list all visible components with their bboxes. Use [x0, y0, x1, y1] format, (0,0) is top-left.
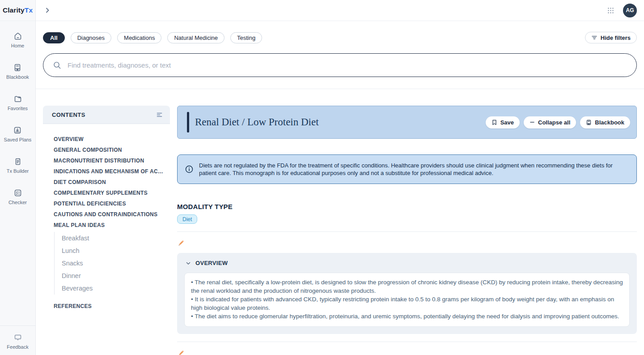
filter-lines-icon — [591, 34, 597, 41]
disclaimer-banner: Diets are not regulated by the FDA for t… — [177, 154, 637, 184]
collapse-all-label: Collapse all — [538, 119, 570, 126]
sidebar-item-blackbook[interactable]: Blackbook — [6, 63, 29, 80]
notebook-icon — [13, 157, 22, 166]
book-icon — [586, 120, 592, 125]
meal-plan-subitems: Breakfast Lunch Snacks Dinner Beverages — [54, 232, 166, 295]
save-tray-icon — [13, 126, 22, 135]
toc-list-icon[interactable] — [156, 111, 163, 118]
toc-item-overview[interactable]: OVERVIEW — [54, 134, 166, 145]
sidebar-item-label: Tx Builder — [7, 168, 29, 174]
save-button[interactable]: Save — [486, 116, 520, 128]
user-avatar[interactable]: AG — [623, 4, 637, 17]
feedback-bubble-icon — [13, 333, 22, 342]
toc-subitem-beverages[interactable]: Beverages — [62, 282, 166, 295]
content-area: CONTENTS OVERVIEW GENERAL COMPOSITION MA… — [36, 89, 644, 355]
app-window: ClarityTx Home Blackbook Favorites — [0, 0, 644, 355]
modality-heading: MODALITY TYPE — [177, 203, 637, 210]
toc-subitem-lunch[interactable]: Lunch — [62, 244, 166, 257]
main-column: AG All Diagnoses Medications Natural Med… — [36, 0, 644, 355]
filters-row: All Diagnoses Medications Natural Medici… — [36, 21, 644, 43]
overview-bullet: The renal diet, specifically a low-prote… — [191, 278, 623, 295]
filter-chip-diagnoses[interactable]: Diagnoses — [71, 32, 111, 43]
blackbook-button-label: Blackbook — [595, 119, 624, 126]
sidebar-item-label: Saved Plans — [4, 137, 32, 142]
toc-item-cautions[interactable]: CAUTIONS AND CONTRAINDICATIONS — [54, 209, 166, 220]
sidebar-item-home[interactable]: Home — [11, 32, 24, 48]
home-icon — [13, 32, 22, 41]
filter-chip-natural-medicine[interactable]: Natural Medicine — [167, 32, 225, 43]
search-area — [36, 43, 644, 89]
minus-icon — [530, 120, 535, 125]
sidebar-item-checker[interactable]: Checker — [8, 188, 27, 205]
overview-bullet: The diet aims to reduce glomerular hyper… — [191, 312, 623, 321]
sidebar-item-label: Home — [11, 43, 24, 48]
overview-bullet: It is indicated for patients with advanc… — [191, 295, 623, 312]
save-button-label: Save — [500, 119, 514, 126]
toc-subitem-snacks[interactable]: Snacks — [62, 257, 166, 269]
search-icon — [52, 60, 62, 70]
overview-section-body: The renal diet, specifically a low-prote… — [184, 273, 630, 327]
search-bar — [43, 53, 637, 77]
contents-header: CONTENTS — [43, 106, 170, 124]
edit-pencil-icon[interactable] — [177, 350, 185, 355]
filter-chips: All Diagnoses Medications Natural Medici… — [43, 32, 262, 43]
toc-item-references[interactable]: REFERENCES — [54, 301, 166, 312]
toc-item-indications[interactable]: INDICATIONS AND MECHANISM OF ACTI... — [54, 166, 166, 177]
overview-section-title: OVERVIEW — [195, 260, 228, 266]
sidebar-footer: Feedback — [0, 325, 35, 355]
search-input[interactable] — [68, 61, 627, 69]
filter-chip-medications[interactable]: Medications — [117, 32, 161, 43]
toc-item-macronutrient-distribution[interactable]: MACRONUTRIENT DISTRIBUTION — [54, 155, 166, 166]
filter-chip-testing[interactable]: Testing — [230, 32, 262, 43]
monograph: Renal Diet / Low Protein Diet Save — [177, 106, 637, 355]
contents-list: OVERVIEW GENERAL COMPOSITION MACRONUTRIE… — [43, 124, 170, 312]
sidebar-item-tx-builder[interactable]: Tx Builder — [7, 157, 29, 174]
toc-item-potential-deficiencies[interactable]: POTENTIAL DEFICIENCIES — [54, 198, 166, 209]
section-divider — [177, 342, 637, 342]
sidebar-item-favorites[interactable]: Favorites — [8, 94, 28, 111]
sidebar-item-label: Favorites — [8, 106, 28, 111]
toc-item-complementary-supplements[interactable]: COMPLEMENTARY SUPPLEMENTS — [54, 188, 166, 198]
toc-item-meal-plan-ideas[interactable]: MEAL PLAN IDEAS — [54, 220, 166, 231]
app-logo[interactable]: ClarityTx — [0, 0, 35, 21]
modality-section: MODALITY TYPE Diet — [177, 203, 637, 224]
section-divider — [177, 231, 637, 232]
toc-item-general-composition[interactable]: GENERAL COMPOSITION — [54, 145, 166, 155]
topbar: AG — [36, 0, 644, 21]
hide-filters-button[interactable]: Hide filters — [585, 32, 637, 43]
contents-panel: CONTENTS OVERVIEW GENERAL COMPOSITION MA… — [43, 106, 170, 355]
book-icon — [13, 63, 22, 72]
folder-bookmark-icon — [13, 94, 22, 103]
disclaimer-text: Diets are not regulated by the FDA for t… — [199, 162, 629, 177]
sidebar-item-label: Feedback — [7, 344, 28, 350]
checklist-icon — [13, 188, 22, 197]
toc-item-diet-comparison[interactable]: DIET COMPARISON — [54, 177, 166, 188]
overview-section: OVERVIEW The renal diet, specifically a … — [177, 253, 637, 334]
sidebar-expand-chevron-icon[interactable] — [44, 7, 51, 14]
filter-chip-all[interactable]: All — [43, 32, 65, 43]
toc-subitem-dinner[interactable]: Dinner — [62, 269, 166, 282]
logo-text-accent: Tx — [25, 6, 33, 14]
blackbook-button[interactable]: Blackbook — [580, 116, 630, 128]
apps-grid-icon[interactable] — [607, 7, 614, 14]
chevron-down-icon — [185, 260, 191, 266]
title-accent-bar — [187, 112, 189, 133]
collapse-all-button[interactable]: Collapse all — [524, 116, 576, 128]
hide-filters-label: Hide filters — [601, 34, 631, 41]
sidebar-item-label: Checker — [8, 200, 27, 205]
monograph-title-card: Renal Diet / Low Protein Diet Save — [177, 106, 637, 139]
contents-title: CONTENTS — [52, 111, 85, 118]
edit-pencil-icon[interactable] — [177, 240, 185, 247]
toc-subitem-breakfast[interactable]: Breakfast — [62, 232, 166, 244]
sidebar-nav: Home Blackbook Favorites Saved Plans — [0, 21, 35, 220]
info-icon — [185, 165, 194, 174]
page-title: Renal Diet / Low Protein Diet — [195, 116, 486, 128]
bookmark-icon — [491, 120, 497, 125]
title-actions: Save Collapse all Blackboo — [486, 116, 630, 128]
modality-chip-diet[interactable]: Diet — [177, 214, 197, 224]
sidebar: ClarityTx Home Blackbook Favorites — [0, 0, 36, 355]
sidebar-item-label: Blackbook — [6, 74, 29, 80]
overview-section-header[interactable]: OVERVIEW — [184, 260, 630, 266]
sidebar-item-feedback[interactable]: Feedback — [7, 333, 28, 350]
sidebar-item-saved-plans[interactable]: Saved Plans — [4, 126, 32, 142]
